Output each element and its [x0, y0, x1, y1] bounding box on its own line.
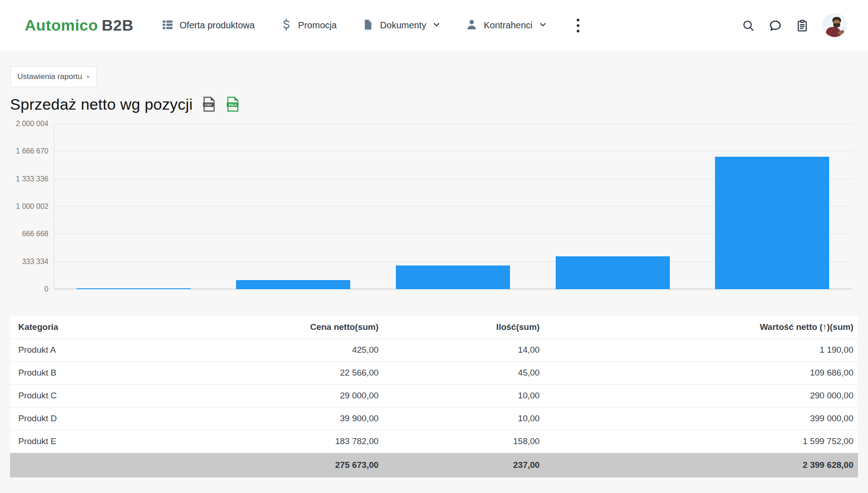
search-icon[interactable]: [742, 19, 755, 32]
chart-bar-produkt-a[interactable]: [77, 288, 191, 289]
y-axis-tick-label: 1 666 670: [16, 147, 48, 155]
y-axis-tick-label: 0: [44, 285, 48, 293]
table-row: Produkt D39 900,0010,00399 000,00: [10, 407, 858, 430]
table-row: Produkt B22 566,0045,00109 686,00: [10, 361, 858, 384]
report-table: Kategoria Cena netto(sum) Ilość(sum) War…: [10, 316, 858, 477]
totals-cell: 237,00: [383, 453, 544, 477]
grid-icon: [162, 19, 174, 32]
nav-item-label: Dokumenty: [380, 20, 426, 31]
nav-item-label: Promocja: [298, 20, 337, 31]
table-row: Produkt E183 782,00158,001 599 752,00: [10, 430, 858, 453]
person-icon: [466, 19, 478, 32]
export-csv-icon[interactable]: CSV: [202, 96, 216, 112]
table-cell: Produkt C: [10, 384, 214, 407]
table-body: Produkt A425,0014,001 190,00Produkt B22 …: [10, 339, 858, 453]
gridline: [54, 151, 852, 151]
report-page: Ustawienia raportu ▾ Sprzedaż netto wg p…: [0, 51, 868, 477]
table-cell: 10,00: [383, 407, 544, 430]
column-header-kategoria[interactable]: Kategoria: [10, 316, 214, 339]
nav-item-promocja[interactable]: Promocja: [280, 19, 337, 32]
table-cell: 183 782,00: [214, 430, 383, 453]
nav-item-dokumenty[interactable]: Dokumenty: [362, 19, 440, 32]
nav-item-kontrahenci[interactable]: Kontrahenci: [466, 19, 547, 32]
chevron-down-icon: [539, 21, 547, 30]
table-row: Produkt A425,0014,001 190,00: [10, 339, 858, 361]
dollar-icon: [280, 19, 292, 32]
y-axis-tick-label: 666 668: [22, 230, 48, 238]
chart-bar-produkt-c[interactable]: [396, 265, 510, 289]
totals-cell: 275 673,00: [214, 453, 383, 477]
bar-chart: 2 000 0041 666 6701 333 3361 000 002666 …: [10, 116, 858, 298]
chat-icon[interactable]: [768, 19, 782, 32]
y-axis-tick-label: 2 000 004: [16, 120, 48, 128]
totals-cell: 2 399 628,00: [544, 453, 858, 477]
totals-cell: [10, 453, 214, 477]
table-cell: 45,00: [383, 361, 544, 384]
table-cell: 158,00: [383, 430, 544, 453]
user-avatar[interactable]: [822, 13, 847, 38]
totals-row: 275 673,00 237,00 2 399 628,00: [10, 453, 858, 477]
table-cell: 14,00: [383, 339, 544, 361]
table-cell: Produkt A: [10, 339, 214, 361]
gridline: [54, 123, 852, 124]
table-cell: 109 686,00: [544, 361, 858, 384]
y-axis-tick-label: 1 333 336: [16, 175, 48, 183]
table-cell: Produkt D: [10, 407, 214, 430]
page-title: Sprzedaż netto wg pozycji: [10, 95, 193, 113]
svg-text:CSV: CSV: [205, 103, 211, 107]
caret-down-icon: ▾: [87, 74, 89, 80]
navbar-actions: [742, 13, 847, 38]
table-cell: 39 900,00: [214, 407, 383, 430]
nav-item-label: Oferta produktowa: [179, 20, 255, 31]
table-cell: 425,00: [214, 339, 383, 361]
main-nav: Oferta produktowa Promocja Dokumenty Kon…: [162, 16, 584, 35]
table-cell: 10,00: [383, 384, 544, 407]
column-header-cena-netto[interactable]: Cena netto(sum): [214, 316, 383, 339]
nav-item-label: Kontrahenci: [484, 20, 532, 31]
export-xlsx-icon[interactable]: XSLX: [226, 96, 240, 112]
brand-name-primary: Automico: [25, 16, 98, 34]
chevron-down-icon: [433, 21, 440, 30]
nav-item-oferta-produktowa[interactable]: Oferta produktowa: [162, 19, 255, 32]
report-settings-button[interactable]: Ustawienia raportu ▾: [10, 66, 97, 87]
table-cell: 1 599 752,00: [544, 430, 858, 453]
column-header-ilosc[interactable]: Ilość(sum): [383, 316, 544, 339]
report-settings-label: Ustawienia raportu: [17, 72, 82, 81]
table-cell: 29 000,00: [214, 384, 383, 407]
document-icon: [362, 19, 374, 32]
chart-bar-produkt-e[interactable]: [715, 157, 829, 289]
table-cell: 290 000,00: [544, 384, 858, 407]
table-cell: 1 190,00: [544, 339, 858, 361]
table-footer: 275 673,00 237,00 2 399 628,00: [10, 453, 858, 477]
top-navbar: AutomicoB2B Oferta produktowa Promocja D…: [0, 0, 868, 51]
table-cell: 399 000,00: [544, 407, 858, 430]
chart-bar-produkt-b[interactable]: [236, 280, 350, 289]
y-axis-tick-label: 1 000 002: [16, 202, 48, 211]
table-cell: 22 566,00: [214, 361, 383, 384]
kebab-menu-icon[interactable]: [572, 16, 584, 35]
table-header: Kategoria Cena netto(sum) Ilość(sum) War…: [10, 316, 858, 339]
y-axis-tick-label: 333 334: [22, 258, 48, 266]
chart-plot: 2 000 0041 666 6701 333 3361 000 002666 …: [54, 124, 852, 289]
table-cell: Produkt E: [10, 430, 214, 453]
column-header-wartosc-netto[interactable]: Wartość netto (↑)(sum): [544, 316, 858, 339]
brand-logo[interactable]: AutomicoB2B: [25, 16, 133, 34]
table-row: Produkt C29 000,0010,00290 000,00: [10, 384, 858, 407]
chart-bar-produkt-d[interactable]: [556, 256, 670, 289]
brand-name-secondary: B2B: [102, 16, 134, 34]
table-cell: Produkt B: [10, 361, 214, 384]
report-title-row: Sprzedaż netto wg pozycji CSV XSLX: [10, 94, 858, 115]
svg-text:XSLX: XSLX: [228, 103, 237, 106]
y-axis-line: [54, 124, 54, 289]
clipboard-icon[interactable]: [796, 19, 809, 32]
